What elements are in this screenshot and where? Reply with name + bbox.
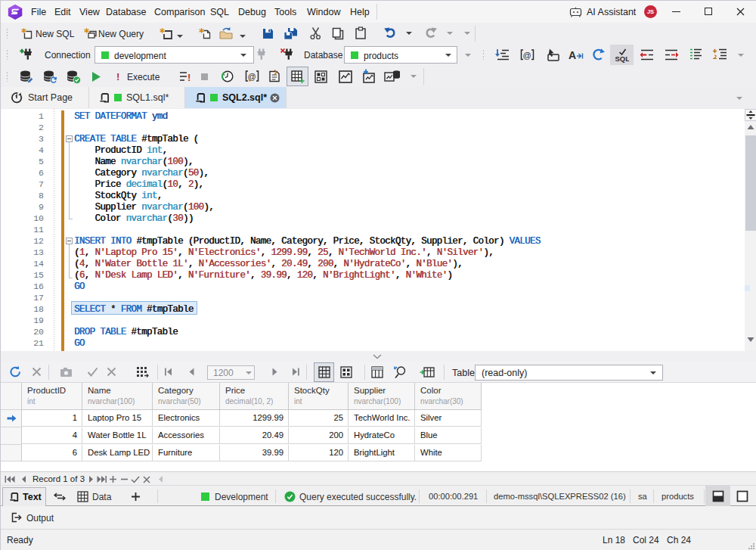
svg-text:@: @ xyxy=(248,72,256,81)
svg-text:A: A xyxy=(569,49,576,61)
svg-text:@: @ xyxy=(523,51,531,60)
svg-text:SQL: SQL xyxy=(615,54,630,63)
svg-text:!: ! xyxy=(187,72,191,82)
